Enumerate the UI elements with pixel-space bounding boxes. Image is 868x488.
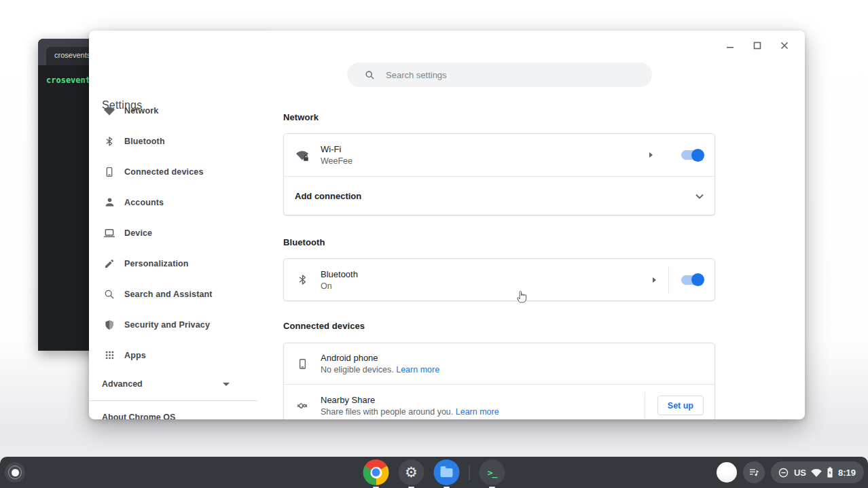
sidebar-item-network[interactable]: Network (89, 95, 259, 126)
wifi-lock-icon (295, 147, 310, 162)
connected-devices-card: Android phone No eligible devices. Learn… (283, 343, 715, 419)
status-tray[interactable]: US 8:19 (771, 461, 864, 483)
sidebar-item-accounts[interactable]: Accounts (89, 187, 259, 217)
chrome-app-button[interactable] (363, 459, 389, 485)
android-phone-text: Android phone No eligible devices. Learn… (321, 353, 704, 374)
laptop-icon (103, 226, 116, 240)
learn-more-link[interactable]: Learn more (396, 365, 439, 374)
sidebar-item-label: Bluetooth (124, 137, 165, 146)
bluetooth-card: Bluetooth On (283, 258, 715, 301)
android-phone-row[interactable]: Android phone No eligible devices. Learn… (284, 343, 715, 384)
window-controls (723, 39, 791, 52)
shelf-separator (469, 465, 470, 480)
shelf-status-area: US 8:19 (717, 457, 864, 488)
maximize-button[interactable] (751, 39, 764, 52)
sidebar-item-label: Personalization (124, 259, 189, 268)
android-phone-subtitle: No eligible devices. Learn more (321, 365, 704, 374)
wifi-detail-arrow-icon[interactable] (649, 152, 653, 158)
bluetooth-toggle[interactable] (681, 275, 704, 285)
android-phone-status: No eligible devices. (321, 365, 394, 374)
phone-icon (103, 165, 116, 179)
wifi-status-icon (811, 468, 822, 477)
sidebar-item-bluetooth[interactable]: Bluetooth (89, 126, 259, 156)
wifi-network-name: WeeFee (321, 156, 649, 166)
sidebar-item-device[interactable]: Device (89, 217, 259, 248)
settings-app-button[interactable]: ⚙ (399, 459, 424, 485)
sidebar-item-personalization[interactable]: Personalization (89, 248, 259, 279)
minimize-button[interactable] (723, 39, 737, 52)
expand-chevron-icon[interactable] (695, 194, 704, 199)
bluetooth-row[interactable]: Bluetooth On (284, 259, 715, 300)
android-phone-title: Android phone (321, 353, 704, 363)
connected-devices-section-heading: Connected devices (283, 321, 365, 331)
sidebar-advanced-toggle[interactable]: Advanced (89, 370, 235, 398)
magnifier-icon (103, 287, 116, 301)
wifi-toggle[interactable] (681, 150, 704, 160)
advanced-label: Advanced (102, 379, 223, 389)
settings-sidebar: Network Bluetooth Connected devices Acco… (89, 95, 259, 398)
bluetooth-title: Bluetooth (321, 269, 653, 279)
shelf: ⚙ >_ (0, 457, 868, 488)
sidebar-item-label: Device (124, 228, 152, 238)
pen-icon (103, 257, 116, 271)
terminal-tab-title: crosevents (54, 51, 90, 59)
chrome-icon (370, 467, 382, 478)
search-input[interactable] (386, 70, 643, 80)
sidebar-item-about-chrome-os[interactable]: About Chrome OS (102, 413, 175, 419)
wifi-icon (103, 104, 116, 118)
search-icon (365, 70, 375, 80)
wifi-row[interactable]: Wi-Fi WeeFee (284, 134, 715, 176)
nearby-share-title: Nearby Share (321, 395, 645, 405)
playlist-music-icon (748, 467, 759, 478)
terminal-prompt-icon: >_ (488, 468, 497, 478)
nearby-share-setup-button[interactable]: Set up (657, 396, 704, 415)
nearby-share-row[interactable]: Nearby Share Share files with people aro… (284, 385, 715, 419)
keyboard-layout-label: US (794, 468, 806, 478)
sidebar-item-label: Security and Privacy (124, 320, 210, 330)
nearby-share-icon (295, 398, 310, 413)
network-section-heading: Network (283, 112, 319, 122)
nearby-share-description: Share files with people around you. (321, 407, 453, 417)
sidebar-item-label: Accounts (124, 198, 164, 207)
bluetooth-icon (295, 273, 310, 287)
add-connection-row[interactable]: Add connection (284, 177, 715, 215)
folder-icon (441, 468, 453, 477)
bluetooth-row-text: Bluetooth On (321, 269, 653, 291)
settings-window: Settings Network Bluetooth Connected dev… (89, 31, 805, 419)
vertical-divider (645, 392, 645, 419)
sidebar-item-label: Apps (124, 351, 146, 360)
battery-icon (827, 467, 833, 478)
person-icon (103, 196, 116, 209)
apps-grid-icon (103, 349, 116, 362)
bluetooth-section-heading: Bluetooth (283, 237, 325, 247)
chevron-down-icon (223, 383, 230, 386)
network-card: Wi-Fi WeeFee Add connection (283, 133, 715, 215)
sidebar-item-label: Network (124, 106, 158, 116)
search-settings-bar[interactable] (347, 63, 652, 87)
sidebar-item-connected-devices[interactable]: Connected devices (89, 156, 259, 187)
vertical-divider (668, 266, 669, 294)
gear-icon: ⚙ (405, 464, 418, 481)
launcher-button[interactable] (5, 462, 25, 483)
sidebar-item-label: Connected devices (124, 167, 203, 177)
clock-label: 8:19 (838, 468, 856, 478)
wifi-title: Wi-Fi (321, 144, 649, 154)
sidebar-item-security-privacy[interactable]: Security and Privacy (89, 309, 259, 340)
user-avatar[interactable] (717, 462, 737, 483)
nearby-share-text: Nearby Share Share files with people aro… (321, 395, 645, 417)
terminal-app-button[interactable]: >_ (480, 459, 505, 485)
settings-main-content: Network Wi-Fi WeeFee Add connection (283, 31, 715, 419)
learn-more-link[interactable]: Learn more (456, 407, 499, 417)
files-app-button[interactable] (434, 459, 460, 485)
shield-icon (103, 318, 116, 332)
do-not-disturb-icon (778, 467, 789, 478)
terminal-prompt-text: crosevents (46, 75, 95, 85)
sidebar-divider (89, 400, 257, 401)
close-button[interactable] (778, 39, 791, 52)
media-controls-button[interactable] (743, 461, 765, 483)
wifi-row-text: Wi-Fi WeeFee (321, 144, 649, 166)
sidebar-item-apps[interactable]: Apps (89, 340, 259, 370)
bluetooth-detail-arrow-icon[interactable] (653, 277, 656, 283)
phone-icon (295, 356, 310, 371)
sidebar-item-search-assistant[interactable]: Search and Assistant (89, 279, 259, 309)
